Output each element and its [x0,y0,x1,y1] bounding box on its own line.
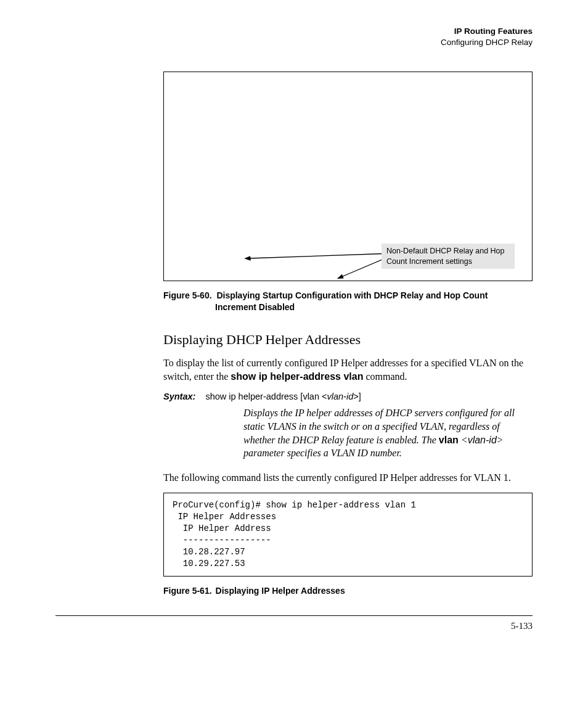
figure-60-box: Non-Default DHCP Relay and Hop Count Inc… [163,72,533,281]
paragraph-1: To display the list of currently configu… [163,356,533,383]
syntax-vlan-id: vlan-id [327,392,354,401]
figure-60-annotation: Non-Default DHCP Relay and Hop Count Inc… [382,244,515,269]
footer-rule [55,615,533,616]
figure-61-caption: Figure 5-61. Displaying IP Helper Addres… [163,585,533,597]
code-example: ProCurve(config)# show ip helper-address… [163,493,533,576]
figure-61-number: Figure 5-61. [163,585,212,597]
desc-it: vlan-id [468,435,497,445]
svg-line-0 [249,253,391,258]
para1-command: show ip helper-address vlan [231,371,363,382]
arrow-diagram [244,242,391,279]
paragraph-2: The following command lists the currentl… [163,471,533,485]
syntax-text-a: show ip helper-address [vlan < [205,392,327,401]
syntax-text-b: >] [353,392,361,401]
desc-t2: < [459,435,468,445]
syntax-line: Syntax: show ip helper-address [vlan <vl… [163,392,533,401]
syntax-description: Displays the IP helper addresses of DHCP… [243,406,533,459]
section-title: Configuring DHCP Relay [55,37,533,48]
figure-60-number: Figure 5-60. [163,290,212,300]
running-head: IP Routing Features Configuring DHCP Rel… [55,26,533,48]
desc-bold: vlan [439,435,459,445]
content-column: Non-Default DHCP Relay and Hop Count Inc… [163,72,533,596]
figure-60-caption: Figure 5-60. Displaying Startup Configur… [163,290,533,313]
figure-60-caption-line1: Displaying Startup Configuration with DH… [216,290,488,300]
chapter-title: IP Routing Features [55,26,533,37]
syntax-label: Syntax: [163,392,195,401]
figure-61-text: Displaying IP Helper Addresses [216,585,345,597]
page: IP Routing Features Configuring DHCP Rel… [0,0,588,706]
subsection-heading: Displaying DHCP Helper Addresses [163,332,533,348]
page-number: 5-133 [55,621,533,631]
para1-text-b: command. [363,371,407,382]
figure-60-caption-line2: Increment Disabled [215,302,295,312]
